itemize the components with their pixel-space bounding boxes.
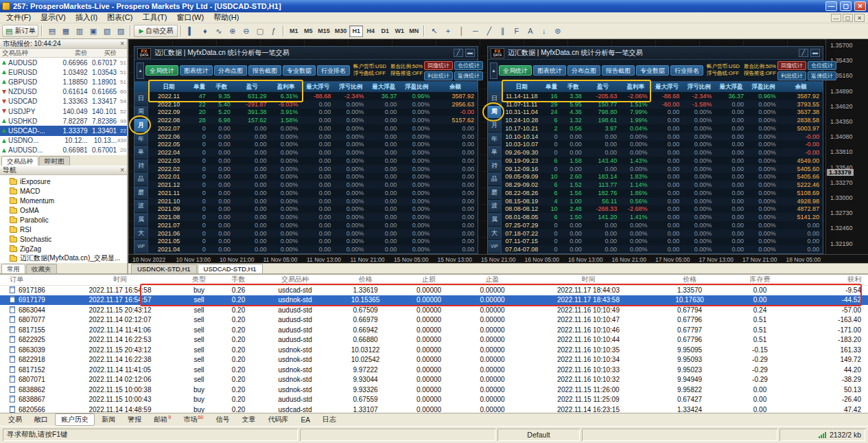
navigator-item[interactable]: MACD <box>0 186 127 196</box>
terminal-tab-9[interactable]: 代码库 <box>263 414 294 425</box>
stat-row[interactable]: 2021.1100.000.000.00%0.000.00%0.000.00%0… <box>148 189 478 197</box>
status-profile[interactable]: Default <box>497 429 580 441</box>
navigator-tab-0[interactable]: 常用 <box>1 264 25 273</box>
data-window-icon[interactable]: ▥ <box>73 25 86 37</box>
market-watch-row[interactable]: AUDUSD0.669660.6701751 <box>0 58 127 67</box>
history-col-8[interactable]: 时间 <box>525 275 652 285</box>
vertical-line-icon[interactable]: │ <box>455 25 468 37</box>
stat-row[interactable]: 07.18-07.2200.000.000.00%0.000.00%0.000.… <box>502 229 823 238</box>
history-col-5[interactable]: 价格 <box>333 275 398 285</box>
stat-row[interactable]: 2022.0700.000.000.00%0.000.00%0.000.00%0… <box>148 124 478 133</box>
terminal-tab-10[interactable]: EA <box>296 416 316 424</box>
stat-tab-2[interactable]: 分布点图 <box>214 65 247 76</box>
menu-item-0[interactable]: 文件(F) <box>1 12 36 23</box>
navigator-item[interactable]: iExposure <box>0 177 127 186</box>
timeframe-m30[interactable]: M30 <box>333 25 349 37</box>
stat-row[interactable]: 2022.09205.20391.383.91%0.000.00%0.000.0… <box>148 109 478 117</box>
stat-tab-2[interactable]: 分布点图 <box>567 65 600 76</box>
child-restore-button[interactable]: ▢ <box>843 14 853 22</box>
indicators-icon[interactable]: ƒ <box>267 25 280 37</box>
menu-item-1[interactable]: 显示(V) <box>36 12 71 23</box>
stat-button-1[interactable]: 仓位统计 <box>808 61 836 70</box>
stat-tab-0[interactable]: 全局统计 <box>145 65 178 76</box>
stat-tab-5[interactable]: 行业排名 <box>317 65 350 76</box>
terminal-tab-6[interactable]: 市场60 <box>178 413 209 425</box>
stat-row[interactable]: 2021.0600.000.000.00%0.000.00%0.000.00%0… <box>148 229 478 238</box>
history-col-4[interactable]: 交易品种 <box>257 275 333 285</box>
stat-side-tab-日[interactable]: 日 <box>134 92 148 106</box>
terminal-tab-11[interactable]: 日志 <box>317 414 342 425</box>
stat-row[interactable]: 09.05-09.09102.60183.141.83%0.000.00%0.0… <box>502 173 823 181</box>
stat-row[interactable]: 11.07-11.11295.95150.771.51%-60.00-1.58%… <box>502 100 823 109</box>
stat-row[interactable]: 2021.0900.000.000.00%0.000.00%0.000.00%0… <box>148 205 478 214</box>
magnifier-icon[interactable]: ⊛ <box>551 25 564 37</box>
stat-side-tab-磨[interactable]: 磨 <box>488 186 501 200</box>
timeframe-d1[interactable]: D1 <box>378 25 392 37</box>
chart-area[interactable]: 1.357001.354301.351601.348901.346201.343… <box>128 39 868 273</box>
stat-row[interactable]: 2022.0600.000.000.00%0.000.00%0.000.00%0… <box>148 133 478 141</box>
strategy-tester-icon[interactable]: ▨ <box>114 25 127 37</box>
zoom-out-icon[interactable]: ⊖ <box>239 25 253 37</box>
market-watch-row[interactable]: USDNO...10.12...10.13...439 <box>0 136 127 146</box>
stat-row[interactable]: 10.10-10.1400.000.000.00%0.000.00%0.000.… <box>502 133 823 141</box>
history-col-6[interactable]: 止损 <box>398 275 460 285</box>
stat-side-tab-磨[interactable]: 磨 <box>134 186 148 200</box>
line-chart-icon[interactable]: ∿ <box>212 25 225 37</box>
market-watch-row[interactable]: EURUSD1.034921.0354351 <box>0 67 127 77</box>
stat-row[interactable]: 2021.1200.000.000.00%0.000.00%0.000.00%0… <box>148 181 478 189</box>
stat-tab-4[interactable]: 专业数据 <box>636 65 669 76</box>
market-watch-row[interactable]: USDCAD1.333631.3341754 <box>0 97 127 106</box>
market-watch-icon[interactable]: ▦ <box>59 25 72 37</box>
history-row[interactable]: 69171792022.11.17 16:54:57sell0.20usdnok… <box>0 295 868 306</box>
menu-item-2[interactable]: 插入(I) <box>71 12 102 23</box>
terminal-window-icon[interactable]: ▧ <box>100 25 113 37</box>
stat-tab-1[interactable]: 图表统计 <box>533 65 566 76</box>
history-col-2[interactable]: 类型 <box>178 275 220 285</box>
history-row[interactable]: 68070772022.11.14 02:12:07sell0.20audusd… <box>0 315 868 326</box>
stat-row[interactable]: 10.24-10.2861.32198.611.99%0.000.00%0.00… <box>502 116 823 124</box>
stat-row[interactable]: 08.29-09.0261.52113.771.14%0.000.00%0.00… <box>502 181 823 189</box>
stat-side-tab-属[interactable]: 属 <box>134 213 148 227</box>
menu-item-5[interactable]: 窗口(W) <box>172 12 209 23</box>
stat-tab-3[interactable]: 报告截图 <box>602 65 635 76</box>
stat-side-tab-单[interactable]: 单 <box>134 146 148 159</box>
stat-button-3[interactable]: 返佣统计 <box>808 71 836 80</box>
stat-row[interactable]: 07.11-07.1500.000.000.00%0.000.00%0.000.… <box>502 238 823 246</box>
child-minimize-button[interactable]: — <box>831 14 841 22</box>
stat-row[interactable]: 10.03-10.0700.000.000.00%0.000.00%0.000.… <box>502 141 823 149</box>
charts-window-icon[interactable]: ▤ <box>45 25 58 37</box>
terminal-tab-8[interactable]: 文章 <box>237 414 261 425</box>
stat-tab-0[interactable]: 全局统计 <box>499 65 532 76</box>
market-watch-row[interactable]: USDHKD7.822877.8238699 <box>0 116 127 126</box>
stat-row[interactable]: 2022.0300.000.000.00%0.000.00%0.000.00%0… <box>148 157 478 165</box>
stat-row[interactable]: 10.17-10.2120.563.970.04%0.000.00%0.000.… <box>502 124 823 133</box>
stat-side-tab-VIP[interactable]: VIP <box>488 240 501 253</box>
trendline-icon[interactable]: ╱ <box>482 25 495 37</box>
history-row[interactable]: 68229182022.11.14 16:22:38sell0.20usdnok… <box>0 355 868 365</box>
stat-side-tab-周[interactable]: 周 <box>488 106 501 120</box>
cursor-icon[interactable]: ↖ <box>427 25 441 37</box>
history-col-10[interactable]: 库存费 <box>727 275 793 285</box>
history-col-3[interactable]: 手数 <box>220 275 257 285</box>
market-watch-row[interactable]: USDCAD-...1.333791.3340122 <box>0 126 127 135</box>
stat-minimize-icon[interactable]: ▬ <box>810 49 820 57</box>
stat-side-tab-大[interactable]: 大 <box>134 227 148 240</box>
navigator-item[interactable]: 迈汇数据(MyfxData.cn)_交易显... <box>0 253 127 263</box>
history-col-7[interactable]: 止盈 <box>460 275 525 285</box>
market-watch-row[interactable]: NZDUSD0.616140.6166560 <box>0 87 127 97</box>
terminal-tab-1[interactable]: 敞口 <box>29 414 54 425</box>
stat-row[interactable]: 09.12-09.1600.000.000.00%0.000.00%0.000.… <box>502 165 823 173</box>
history-row[interactable]: 68229252022.11.14 16:22:53sell0.20audusd… <box>0 335 868 345</box>
history-col-9[interactable]: 价格 <box>652 275 727 285</box>
market-watch-close-icon[interactable]: × <box>120 41 124 47</box>
stat-button-3[interactable]: 返佣统计 <box>454 71 483 80</box>
zoom-in-icon[interactable]: ⊕ <box>226 25 239 37</box>
market-watch-row[interactable]: USDJPY140.049140.10152 <box>0 106 127 116</box>
time-axis[interactable]: 10 Nov 202210 Nov 13:0010 Nov 21:0011 No… <box>128 254 868 263</box>
stat-side-tab-波[interactable]: 波 <box>134 200 148 214</box>
arrows-icon[interactable]: ↓ <box>537 25 550 37</box>
stat-button-1[interactable]: 仓位统计 <box>454 61 483 70</box>
history-row[interactable]: 68630392022.11.15 20:43:12sell0.20usdnok… <box>0 345 868 355</box>
market-watch-row[interactable]: GBPUSD1.188501.1890151 <box>0 77 127 87</box>
menu-item-4[interactable]: 工具(T) <box>137 12 172 23</box>
